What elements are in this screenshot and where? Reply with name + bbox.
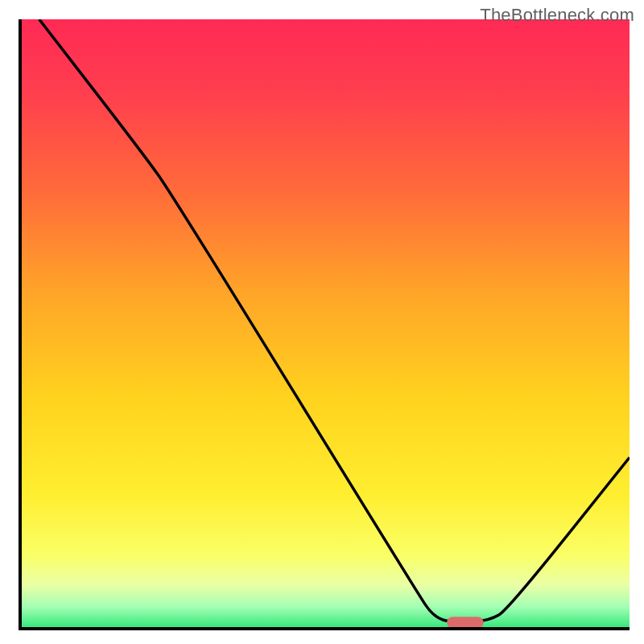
watermark-text: TheBottleneck.com: [480, 5, 634, 26]
bottleneck-chart: TheBottleneck.com: [0, 0, 644, 644]
gradient-background: [21, 19, 630, 628]
chart-svg: [18, 19, 630, 631]
optimal-marker: [447, 617, 483, 628]
